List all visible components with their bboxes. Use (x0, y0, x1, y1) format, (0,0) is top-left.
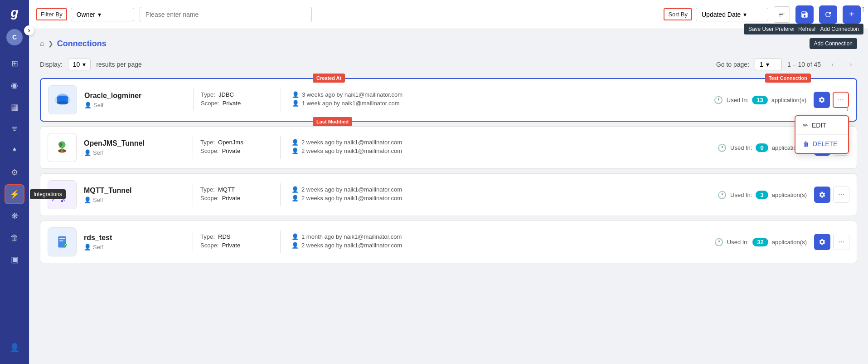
oracle-icon (48, 85, 77, 114)
mqtt-owner-text: Self (93, 197, 103, 203)
go-to-page-label: Go to page: (716, 61, 749, 68)
next-page-button[interactable]: › (844, 58, 857, 71)
sidebar-nav: ⊞ ◉ ▦ ⚙ ⚡ Integrations ❋ 🗑 ▣ (0, 49, 29, 337)
prev-page-button[interactable]: ‹ (826, 58, 839, 71)
sidebar-item-settings[interactable]: ⚙ (5, 162, 24, 182)
openjms-used: 🕐 Used In: 0 application(s) (718, 143, 807, 152)
main-content: Filter By Owner ▾ Sort By Updated Date ▾… (29, 0, 868, 364)
sidebar-item-charts[interactable]: ▦ (5, 97, 24, 117)
sort-group: Sort By Updated Date ▾ (664, 8, 768, 21)
oracle-modified: 👤 1 week ago by naik1@mailinator.com (292, 100, 419, 107)
sort-value: Updated Date (702, 11, 741, 18)
divider-8 (280, 231, 281, 253)
openjms-owner: 👤 Self (84, 149, 175, 156)
sidebar-item-integrations[interactable]: ❋ (5, 206, 24, 226)
openjms-scope: Scope: Private (200, 148, 273, 154)
sidebar-bottom: 👤 (5, 337, 24, 364)
page-content: ⌂ ❯ Connections Add Connection Display: … (29, 29, 868, 364)
mqtt-modified: 👤 2 weeks ago by naik1@mailinator.com (291, 195, 418, 202)
rds-name: rds_test (84, 234, 175, 242)
clock-icon: 🕐 (714, 96, 723, 104)
page-input[interactable]: 1 ▾ (755, 59, 782, 70)
openjms-badge: 0 (756, 143, 768, 152)
results-per-page-text: results per page (96, 61, 141, 68)
plus-icon: + (849, 9, 854, 20)
toolbar: Filter By Owner ▾ Sort By Updated Date ▾… (29, 0, 868, 29)
search-input[interactable] (140, 7, 312, 22)
rds-modified: 👤 2 weeks ago by naik1@mailinator.com (291, 242, 418, 249)
oracle-created-text: 3 weeks ago by naik1@mailinator.com (302, 91, 402, 98)
rds-more-button[interactable]: ··· (833, 234, 849, 250)
connection-card-rds: rds_test 👤 Self Type: RDS Scope: Private… (40, 221, 857, 263)
mqtt-type-scope: Type: MQTT Scope: Private (200, 186, 273, 203)
mqtt-icon: MQTT (48, 180, 77, 209)
oracle-name: Oracle_logminer (84, 92, 175, 100)
sort-order-button[interactable] (774, 6, 790, 23)
used-in-label-4: Used In: (727, 239, 749, 246)
breadcrumb: ⌂ ❯ Connections Add Connection (40, 38, 857, 49)
svg-rect-17 (59, 240, 63, 241)
sidebar-item-pipelines[interactable] (5, 119, 24, 139)
per-page-select[interactable]: 10 ▾ (68, 59, 91, 70)
sidebar-item-layout[interactable]: ▣ (5, 250, 24, 270)
rds-type: Type: RDS (200, 233, 273, 240)
rds-info: rds_test 👤 Self (84, 234, 175, 251)
user-icon-3: 👤 (291, 139, 299, 146)
sidebar-item-dashboard[interactable]: ⊞ (5, 54, 24, 74)
edit-menu-item[interactable]: ✏ EDIT (795, 116, 848, 135)
openjms-name: OpenJMS_Tunnel (84, 139, 175, 148)
refresh-button[interactable] (819, 5, 837, 24)
delete-menu-item[interactable]: 🗑 DELETE (795, 135, 848, 153)
filter-by-label: Filter By (36, 8, 67, 20)
openjms-created: 👤 2 weeks ago by naik1@mailinator.com (291, 139, 418, 146)
mqtt-more-button[interactable]: ··· (833, 187, 849, 203)
mqtt-actions: ··· (814, 187, 849, 203)
sidebar-item-connections[interactable]: ⚡ Integrations (5, 184, 24, 204)
openjms-info: OpenJMS_Tunnel 👤 Self (84, 139, 175, 156)
oracle-created: 👤 3 weeks ago by naik1@mailinator.com (292, 91, 419, 98)
sidebar-item-trash[interactable]: 🗑 (5, 228, 24, 248)
applications-label-3: application(s) (772, 192, 807, 198)
openjms-created-text: 2 weeks ago by naik1@mailinator.com (301, 139, 402, 146)
oracle-scope: Scope: Private (201, 100, 273, 107)
add-connection-button[interactable]: + (843, 5, 861, 24)
mqtt-settings-button[interactable] (814, 187, 830, 203)
applications-label: application(s) (771, 97, 806, 103)
sidebar: g › C ⊞ ◉ ▦ ⚙ ⚡ Integrations ❋ 🗑 ▣ 👤 (0, 0, 29, 364)
arrow-more-indicator: ↓ (845, 104, 849, 113)
per-page-value: 10 (73, 61, 80, 68)
sort-by-label: Sort By (664, 8, 692, 20)
last-modified-annotation: Last Modified (313, 117, 352, 126)
sort-chevron-icon: ▾ (743, 11, 747, 18)
oracle-info: Oracle_logminer 👤 Self (84, 92, 175, 108)
oracle-actions: ··· (814, 92, 849, 108)
edit-label: EDIT (812, 122, 826, 129)
sort-select[interactable]: Updated Date ▾ (696, 8, 768, 21)
home-icon[interactable]: ⌂ (40, 39, 44, 48)
sidebar-item-data[interactable]: ◉ (5, 75, 24, 95)
sidebar-item-settings2[interactable] (5, 141, 24, 161)
rds-settings-button[interactable] (814, 234, 830, 250)
app-logo[interactable]: g (0, 0, 29, 25)
avatar[interactable]: C (6, 29, 23, 45)
clock-icon-4: 🕐 (714, 238, 723, 246)
save-preferences-button[interactable] (795, 5, 814, 24)
owner-icon-3: 👤 (84, 197, 91, 203)
used-in-label: Used In: (727, 97, 748, 103)
filter-select[interactable]: Owner ▾ (71, 8, 134, 21)
divider-3 (193, 136, 193, 159)
rds-created: 👤 1 month ago by naik1@mailinator.com (291, 233, 418, 240)
mqtt-owner: 👤 Self (84, 197, 175, 203)
applications-label-4: application(s) (772, 239, 807, 246)
sidebar-expand-btn[interactable]: › (24, 25, 34, 35)
clock-icon-2: 🕐 (718, 143, 727, 152)
user-icon-8: 👤 (291, 242, 299, 249)
oracle-settings-button[interactable] (814, 92, 830, 108)
used-in-label-3: Used In: (730, 192, 752, 198)
add-connection-label: Add Connection (810, 38, 857, 49)
sidebar-item-users[interactable]: 👤 (5, 338, 24, 358)
page-value: 1 (760, 61, 763, 68)
owner-icon-2: 👤 (84, 149, 91, 156)
oracle-used: 🕐 Used In: 13 application(s) (714, 96, 806, 104)
svg-rect-16 (59, 238, 65, 239)
